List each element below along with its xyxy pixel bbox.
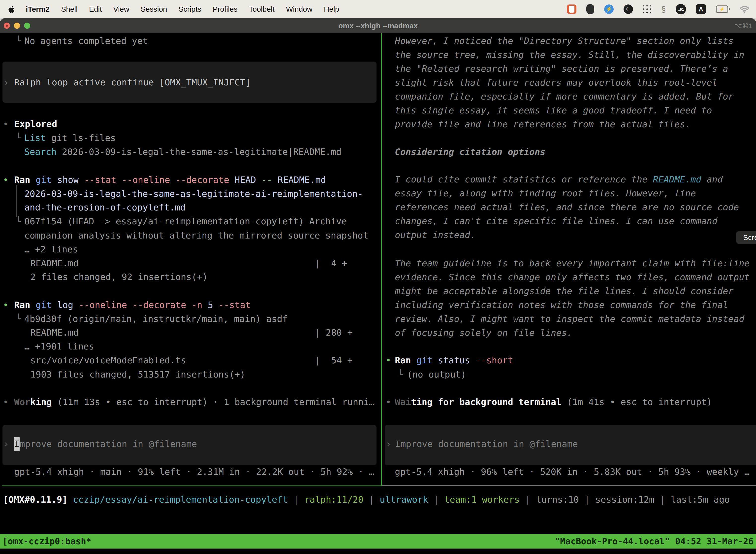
file-reference: README.md [653,174,701,184]
reasoning-text: companion file, especially if more comme… [395,90,734,104]
menu-bar: iTerm2 Shell Edit View Session Scripts P… [0,0,756,18]
inactive-pane-border [382,486,756,486]
reasoning-text: references need actual files, and since … [395,200,739,214]
left-pane[interactable]: └ No agents completed yet › Ralph loop a… [0,33,381,486]
diffstat-summary: 2 files changed, 92 insertions(+) [30,270,208,284]
prompt-chevron: › [386,437,391,451]
battery-icon[interactable]: ⚡ [716,5,730,13]
tree-elbow: └ [16,34,21,48]
git-show-arg-wrap: 2026-03-09-is-legal-the-same-as-legitima… [24,187,363,201]
git-status-output: (no output) [407,368,466,382]
badge-icon[interactable]: ⚡ [604,4,614,14]
menu-item-session[interactable]: Session [141,5,167,13]
tmux-host-clock: "MacBook-Pro-44.local" 04:52 31-Mar-26 [555,536,754,546]
window-title: omx --xhigh --madmax [0,18,756,33]
prompt-chevron: › [3,437,9,451]
reasoning-text: changes, I can't cite specific file line… [395,214,717,228]
tree-elbow: └ [16,312,21,326]
reasoning-text: the source tree, missing the essay. Stil… [395,48,744,62]
omx-team-workers: team:1 workers [444,494,520,505]
git-status-command: Ran git status --short [395,353,513,367]
reasoning-text: including verification notes with those … [395,298,728,312]
diffstat-count: | 54 + [315,353,353,367]
git-show-arg-wrap: and-the-erosion-of-copyleft.md [24,201,186,214]
explored-list-line: List git ls-files [24,131,116,145]
omx-mode: ultrawork [380,494,428,505]
git-show-output: 067f154 (HEAD -> essay/ai-reimplementati… [24,214,347,228]
reasoning-text: review. Also, I might want to inspect th… [395,312,744,326]
omx-last-activity: last:5m ago [671,494,730,505]
wifi-icon[interactable] [740,5,750,13]
reasoning-text: I could cite commit statistics or refere… [395,172,723,186]
screen-share-icon[interactable] [567,4,576,14]
reasoning-heading: Considering citation options [395,145,546,159]
injected-command-text: Ralph loop active continue [OMX_TMUX_INJ… [14,75,251,89]
active-pane-border [2,486,381,486]
tmux-session-window[interactable]: [omx-cczip0:bash* [2,536,91,546]
monitor-value-icon[interactable]: ..61 [676,4,686,14]
working-status-line: Working (11m 13s • esc to interrupt) · 1… [14,395,374,409]
menu-item-help[interactable]: Help [324,5,339,13]
bullet: • [386,353,391,367]
git-log-command: Ran git log --oneline --decorate -n 5 --… [14,298,251,312]
moon-icon[interactable]: ☾ [624,4,633,14]
reasoning-text: of focusing solely on file lines. [395,326,572,340]
pane-divider[interactable] [381,33,382,486]
reasoning-text: The team guideline is to back every impo… [395,257,750,270]
diffstat-file: src/voice/voiceModeEnabled.ts [30,353,186,367]
git-log-output-truncated: … +1901 lines [24,340,94,353]
menu-item-window[interactable]: Window [286,5,313,13]
menu-item-profiles[interactable]: Profiles [212,5,237,13]
window-title-area: omx --xhigh --madmax ⌥⌘1 [0,18,756,33]
reasoning-text: slight risk that future readers may over… [395,76,717,90]
apple-menu-icon[interactable] [8,5,15,13]
git-log-output: 4b9d30f (origin/main, instructkr/main, m… [24,312,288,326]
text-cursor: I [14,437,19,451]
prompt-placeholder: mprove documentation in @filename [19,437,197,451]
window-title-bar[interactable]: omx --xhigh --madmax ⌥⌘1 [0,18,756,33]
prompt-placeholder: Improve documentation in @filename [395,437,578,451]
explored-title: Explored [14,117,57,131]
reasoning-text: output instead. [395,228,476,242]
screen-overlay-button[interactable]: Scre [736,231,756,244]
reasoning-text: might be acceptable alongside the file l… [395,284,734,298]
menu-item-toolbelt[interactable]: Toolbelt [249,5,274,13]
explored-search-line: Search 2026-03-09-is-legal-the-same-as-l… [24,145,341,159]
window-shortcut-hint: ⌥⌘1 [735,18,752,33]
menu-item-edit[interactable]: Edit [89,5,102,13]
reasoning-text: evidence. Since this change only affects… [395,270,750,284]
diffstat-summary: 1903 files changed, 513517 insertions(+) [30,368,245,382]
bullet: • [3,173,8,187]
waiting-status-line: Waiting for background terminal (1m 41s … [395,395,712,409]
input-source-icon[interactable]: A [696,4,706,14]
omx-worktree-path: cczip/essay/ai-reimplementation-copyleft [73,494,288,505]
git-show-output-truncated: … +2 lines [24,242,78,257]
session-status-line: gpt-5.4 xhigh · main · 91% left · 2.31M … [14,465,374,479]
prompt-chevron: › [3,75,9,89]
reasoning-text: the "Related research writing" section i… [395,62,728,76]
omx-status-line: [OMX#0.11.9] cczip/essay/ai-reimplementa… [3,492,730,506]
bullet: • [3,395,8,409]
right-pane[interactable]: However, I noticed the "Directory Struct… [382,33,756,486]
git-show-output: companion analysis without altering the … [24,229,368,242]
hook-icon[interactable]: § [661,5,666,14]
omx-ralph-counter: ralph:11/20 [304,494,363,505]
diffstat-file: README.md [30,257,79,270]
menu-item-shell[interactable]: Shell [61,5,78,13]
reasoning-text: this single essay, it seems like a good … [395,104,712,117]
reasoning-text: provide file and line references from th… [395,117,691,131]
tree-guide-line [16,185,17,217]
omx-session-time: session:12m [595,494,654,505]
menu-item-iterm2[interactable]: iTerm2 [26,5,50,13]
session-status-line: gpt-5.4 xhigh · 96% left · 520K in · 5.8… [395,465,750,479]
tree-elbow: └ [398,368,403,382]
shield-icon[interactable] [586,4,594,14]
diffstat-file: README.md [30,326,79,340]
menu-item-view[interactable]: View [113,5,129,13]
menu-item-scripts[interactable]: Scripts [179,5,201,13]
dots-grid-icon[interactable] [643,8,651,10]
bullet: • [386,395,391,409]
omx-version: [OMX#0.11.9] [3,494,67,505]
tmux-status-bar: [omx-cczip0:bash* "MacBook-Pro-44.local"… [0,534,756,549]
bullet: • [3,117,8,131]
